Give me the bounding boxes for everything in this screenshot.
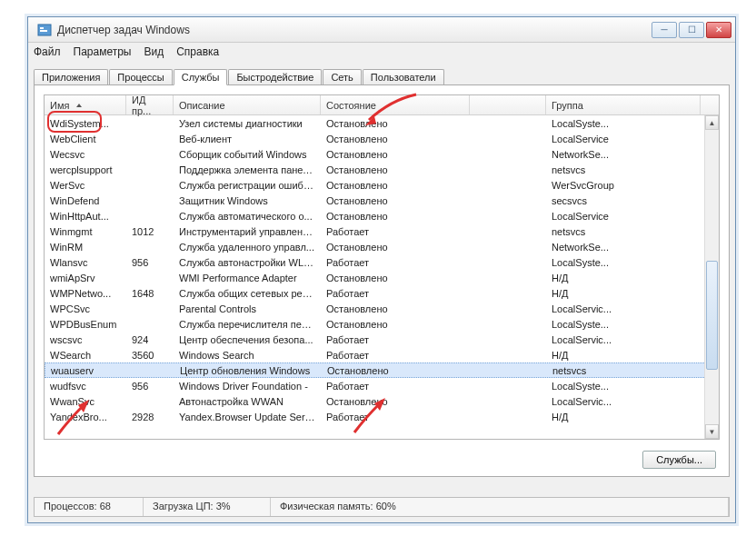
minimize-button[interactable]: ─ [652, 22, 677, 38]
cell-desc: Центр обновления Windows [174, 365, 322, 376]
cell-name: Wlansvc [45, 257, 126, 268]
tab-users[interactable]: Пользователи [363, 69, 444, 84]
menu-help[interactable]: Справка [176, 45, 219, 58]
cell-group: LocalService [546, 211, 701, 222]
cell-desc: Служба перечислителя пер... [174, 319, 321, 330]
table-row[interactable]: wmiApSrvWMI Performance AdapterОстановле… [45, 270, 719, 285]
cell-name: Winmgmt [45, 226, 126, 237]
table-row[interactable]: WPDBusEnumСлужба перечислителя пер...Ост… [45, 316, 719, 332]
menu-file[interactable]: Файл [34, 45, 61, 58]
window-title: Диспетчер задач Windows [57, 24, 652, 36]
menu-view[interactable]: Вид [144, 45, 164, 58]
cell-desc: Служба автонастройки WLAN [174, 257, 321, 268]
rows-container: WdiSystem...Узел системы диагностикиОста… [45, 115, 719, 439]
cell-desc: Windows Search [174, 350, 321, 361]
table-row[interactable]: WwanSvcАвтонастройка WWANОстановленоLoca… [45, 393, 719, 409]
table-row[interactable]: WecsvcСборщик событий WindowsОстановлено… [45, 146, 719, 162]
titlebar[interactable]: Диспетчер задач Windows ─ ☐ ✕ [28, 17, 735, 43]
maximize-button[interactable]: ☐ [679, 22, 704, 38]
task-manager-window: Диспетчер задач Windows ─ ☐ ✕ Файл Парам… [27, 16, 736, 523]
table-row[interactable]: Wlansvc956Служба автонастройки WLANРабот… [45, 254, 719, 270]
close-button[interactable]: ✕ [706, 22, 731, 38]
cell-desc: WMI Performance Adapter [174, 273, 321, 283]
cell-pid: 924 [126, 334, 174, 345]
cell-state: Остановлено [321, 195, 470, 206]
tab-network[interactable]: Сеть [323, 69, 361, 84]
tab-performance[interactable]: Быстродействие [228, 69, 322, 84]
scroll-thumb[interactable] [706, 261, 718, 370]
cell-group: secsvcs [546, 195, 701, 206]
tab-services[interactable]: Службы [174, 69, 228, 85]
cell-name: WwanSvc [45, 396, 126, 407]
cell-name: wercplsupport [45, 164, 126, 175]
cell-desc: Автонастройка WWAN [174, 396, 321, 407]
column-description[interactable]: Описание [174, 95, 321, 114]
cell-name: wuauserv [45, 365, 127, 376]
cell-group: LocalService [546, 134, 701, 144]
table-row[interactable]: WinDefendЗащитник WindowsОстановленоsecs… [45, 193, 719, 208]
status-bar: Процессов: 68 Загрузка ЦП: 3% Физическая… [34, 497, 730, 517]
column-name[interactable]: Имя [45, 95, 126, 114]
table-row[interactable]: WebClientВеб-клиентОстановленоLocalServi… [45, 131, 719, 146]
cell-group: LocalSyste... [546, 319, 701, 330]
menu-params[interactable]: Параметры [74, 45, 132, 58]
cell-name: wmiApSrv [45, 273, 126, 283]
table-row[interactable]: WMPNetwo...1648Служба общих сетевых рес.… [45, 285, 719, 301]
table-row[interactable]: wscsvc924Центр обеспечения безопа...Рабо… [45, 332, 719, 347]
cell-desc: Служба удаленного управл... [174, 242, 321, 253]
cell-pid: 1648 [126, 288, 174, 299]
cell-state: Остановлено [322, 365, 471, 376]
cell-group: netsvcs [546, 164, 701, 175]
cell-group: LocalServic... [546, 396, 701, 407]
table-row[interactable]: WSearch3560Windows SearchРаботаетН/Д [45, 347, 719, 362]
cell-desc: Parental Controls [174, 303, 321, 314]
scrollbar[interactable]: ▲ ▼ [704, 115, 719, 439]
tab-processes[interactable]: Процессы [109, 69, 172, 84]
tab-applications[interactable]: Приложения [34, 69, 108, 84]
status-cpu: Загрузка ЦП: 3% [144, 498, 271, 516]
cell-pid: 2928 [126, 412, 174, 422]
cell-name: WinHttpAut... [45, 211, 126, 222]
scroll-down-button[interactable]: ▼ [705, 424, 719, 439]
column-state[interactable]: Состояние [321, 95, 470, 114]
services-list: Имя ИД пр... Описание Состояние Группа W… [44, 94, 720, 440]
table-row[interactable]: Winmgmt1012Инструментарий управлени...Ра… [45, 223, 719, 239]
cell-desc: Сборщик событий Windows [174, 149, 321, 160]
cell-state: Остановлено [321, 273, 470, 283]
scroll-up-button[interactable]: ▲ [705, 115, 719, 130]
column-spacer[interactable] [470, 95, 546, 114]
cell-state: Работает [321, 350, 470, 361]
cell-state: Остановлено [321, 303, 470, 314]
cell-name: WerSvc [45, 180, 126, 191]
services-button[interactable]: Службы... [642, 451, 716, 469]
column-pid[interactable]: ИД пр... [126, 95, 174, 114]
table-row[interactable]: WinRMСлужба удаленного управл...Остановл… [45, 239, 719, 254]
cell-name: WPCSvc [45, 303, 126, 314]
cell-desc: Служба регистрации ошибо... [174, 180, 321, 191]
table-row[interactable]: WinHttpAut...Служба автоматического о...… [45, 208, 719, 223]
cell-name: WinRM [45, 242, 126, 253]
table-row[interactable]: WPCSvcParental ControlsОстановленоLocalS… [45, 301, 719, 316]
cell-name: wscsvc [45, 334, 126, 345]
cell-state: Работает [321, 257, 470, 268]
table-row[interactable]: WerSvcСлужба регистрации ошибо...Останов… [45, 177, 719, 193]
table-row[interactable]: wuauservЦентр обновления WindowsОстановл… [45, 362, 719, 378]
table-row[interactable]: wercplsupportПоддержка элемента панел...… [45, 162, 719, 177]
cell-group: LocalServic... [546, 334, 701, 345]
cell-name: WSearch [45, 350, 126, 361]
app-icon [37, 23, 52, 37]
cell-desc: Служба общих сетевых рес... [174, 288, 321, 299]
cell-state: Работает [321, 226, 470, 237]
cell-desc: Yandex.Browser Update Serv... [174, 412, 321, 422]
cell-desc: Инструментарий управлени... [174, 226, 321, 237]
status-processes: Процессов: 68 [35, 498, 144, 516]
cell-state: Остановлено [321, 149, 470, 160]
table-row[interactable]: WdiSystem...Узел системы диагностикиОста… [45, 115, 719, 131]
column-group[interactable]: Группа [546, 95, 701, 114]
table-row[interactable]: YandexBro...2928Yandex.Browser Update Se… [45, 409, 719, 424]
cell-desc: Защитник Windows [174, 195, 321, 206]
cell-name: WdiSystem... [45, 118, 126, 129]
cell-group: Н/Д [546, 288, 701, 299]
table-row[interactable]: wudfsvc956Windows Driver Foundation -Раб… [45, 378, 719, 393]
cell-pid: 1012 [126, 226, 174, 237]
